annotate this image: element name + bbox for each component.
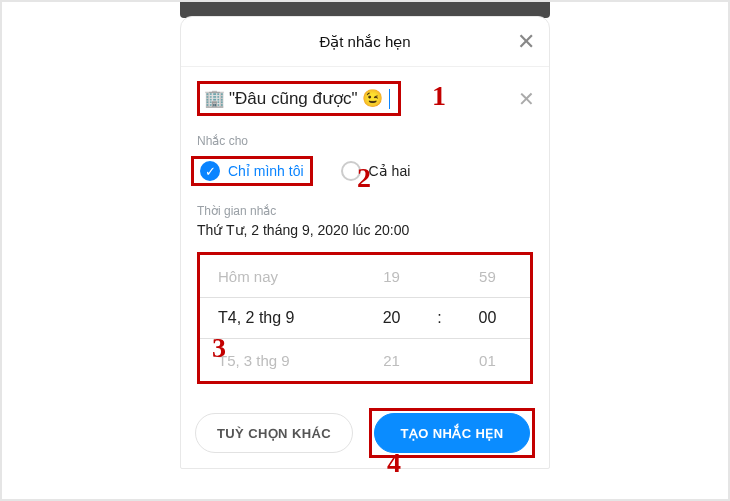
dialog-header: Đặt nhắc hẹn ✕ [181, 17, 549, 67]
hour-column[interactable]: 19 20 21 [349, 255, 434, 381]
dialog-title: Đặt nhắc hẹn [319, 33, 410, 51]
reminder-title-input[interactable]: 🏢 "Đâu cũng được" 😉 [204, 88, 390, 109]
annotation-box-2: ✓ Chỉ mình tôi [191, 156, 313, 186]
time-colon: : [434, 297, 445, 339]
close-icon[interactable]: ✕ [517, 31, 535, 53]
remind-time-summary: Thứ Tư, 2 tháng 9, 2020 lúc 20:00 [181, 218, 549, 248]
annotation-4: 4 [387, 447, 401, 479]
datetime-picker[interactable]: Hôm nay T4, 2 thg 9 T5, 3 thg 9 19 20 21… [200, 255, 530, 381]
annotation-2: 2 [357, 162, 371, 194]
date-prev: Hôm nay [200, 255, 349, 297]
radio-both[interactable]: Cả hai [341, 161, 411, 181]
radio-only-me[interactable]: ✓ Chỉ mình tôi [200, 161, 304, 181]
annotation-3: 3 [212, 332, 226, 364]
annotation-1: 1 [432, 80, 446, 112]
building-icon: 🏢 [204, 88, 225, 109]
check-circle-icon: ✓ [200, 161, 220, 181]
smile-icon: 😉 [362, 88, 383, 109]
check-icon: ✓ [205, 165, 216, 178]
radio-both-label: Cả hai [369, 163, 411, 179]
text-cursor [389, 89, 390, 109]
remind-for-label: Nhắc cho [181, 134, 549, 148]
radio-only-me-label: Chỉ mình tôi [228, 163, 304, 179]
remind-time-label: Thời gian nhắc [181, 204, 549, 218]
minute-column[interactable]: 59 00 01 [445, 255, 530, 381]
reminder-title-text: "Đâu cũng được" [229, 88, 358, 109]
reminder-dialog: Đặt nhắc hẹn ✕ 🏢 "Đâu cũng được" 😉 ✕ Nhắ… [180, 16, 550, 469]
reminder-title-row: 🏢 "Đâu cũng được" 😉 ✕ [181, 67, 549, 130]
minute-prev: 59 [445, 255, 530, 297]
more-options-button[interactable]: TUỲ CHỌN KHÁC [195, 413, 353, 453]
clear-input-icon[interactable]: ✕ [518, 89, 535, 109]
screenshot-frame: Đặt nhắc hẹn ✕ 🏢 "Đâu cũng được" 😉 ✕ Nhắ… [0, 0, 730, 501]
hour-next: 21 [349, 339, 434, 381]
dialog-footer: TUỲ CHỌN KHÁC TẠO NHẮC HẸN [181, 396, 549, 468]
hour-selected: 20 [349, 297, 434, 339]
minute-next: 01 [445, 339, 530, 381]
annotation-box-1: 🏢 "Đâu cũng được" 😉 [197, 81, 401, 116]
time-sep-column: : [434, 255, 445, 381]
minute-selected: 00 [445, 297, 530, 339]
hour-prev: 19 [349, 255, 434, 297]
annotation-box-3: Hôm nay T4, 2 thg 9 T5, 3 thg 9 19 20 21… [197, 252, 533, 384]
